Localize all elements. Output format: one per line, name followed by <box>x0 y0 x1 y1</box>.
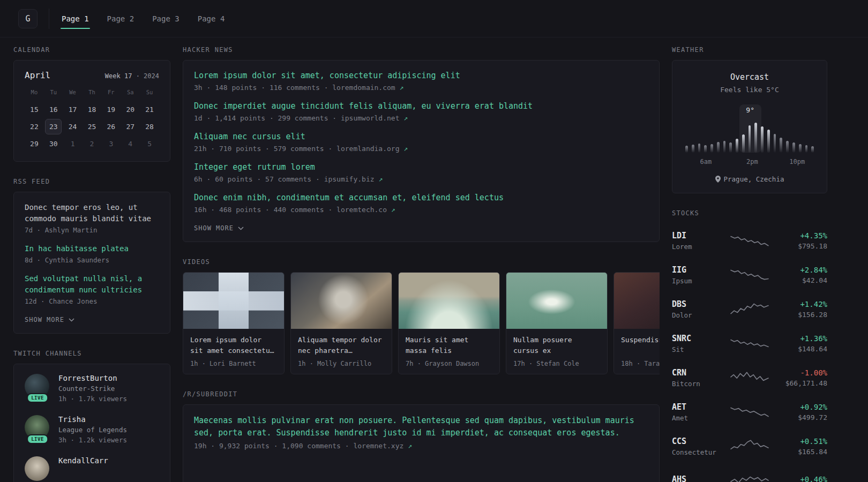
video-thumbnail[interactable] <box>183 273 284 329</box>
map-pin-icon <box>715 176 721 183</box>
weather-bar <box>786 141 789 153</box>
video-card[interactable]: Mauris sit amet massa felis 7h · Grayson… <box>398 272 500 374</box>
calendar-day: 15 <box>25 102 44 117</box>
video-title[interactable]: Lorem ipsum dolor sit amet consectetu… <box>190 335 277 356</box>
calendar-dow: Mo <box>25 89 44 100</box>
rss-item-title[interactable]: Sed volutpat nulla nisl, a condimentum n… <box>25 273 159 296</box>
main-content: CALENDAR April Week 17 · 2024 Mo Tu We <box>0 37 868 482</box>
twitch-channel[interactable]: KendallCarr <box>25 456 159 481</box>
video-info: Nullam posuere cursus ex 17h · Stefan Co… <box>506 329 607 374</box>
avatar <box>25 456 49 481</box>
stock-symbol: AHS <box>672 475 723 482</box>
rss-show-more-button[interactable]: SHOW MORE <box>25 316 74 323</box>
video-title[interactable]: Mauris sit amet massa felis <box>406 335 492 356</box>
stock-sparkline <box>730 438 769 454</box>
video-thumbnail[interactable] <box>291 273 392 329</box>
story-title[interactable]: Donec imperdiet augue tincidunt felis al… <box>194 101 648 112</box>
stock-id: AHS <box>672 475 723 482</box>
rss-item-title[interactable]: Donec tempor eros leo, ut commodo mauris… <box>25 202 159 224</box>
stock-symbol: CCS <box>672 436 723 446</box>
calendar-dow: Sa <box>121 89 140 100</box>
stock-change: +1.36% <box>776 334 827 343</box>
weather-bar <box>704 145 707 153</box>
stock-row[interactable]: CCS Consectetur +0.51% $165.84 <box>672 429 827 463</box>
twitch-channel[interactable]: LIVE Trisha League of Legends 3h · 1.2k … <box>25 415 159 444</box>
video-card[interactable]: Lorem ipsum dolor sit amet consectetu… 1… <box>183 272 285 374</box>
stock-change: +0.51% <box>776 437 827 446</box>
stock-symbol: CRN <box>672 368 723 378</box>
video-title[interactable]: Suspendisse diam <box>621 335 660 356</box>
stock-change: +0.46% <box>776 475 827 482</box>
stock-change: +4.35% <box>776 231 827 240</box>
tab-page-1[interactable]: Page 1 <box>61 0 90 37</box>
stock-row[interactable]: IIG Ipsum +2.84% $42.04 <box>672 258 827 292</box>
hacker-news-show-more-button[interactable]: SHOW MORE <box>194 224 244 232</box>
video-info: Mauris sit amet massa felis 7h · Grayson… <box>399 329 499 374</box>
weather-bar <box>698 144 701 153</box>
stock-name: Consectetur <box>672 448 723 456</box>
stock-change: +0.92% <box>776 403 827 411</box>
twitch-channel-name[interactable]: ForrestBurton <box>58 374 127 382</box>
video-card[interactable]: Suspendisse diam 18h · Tara <box>613 272 660 374</box>
calendar-day: 20 <box>121 102 140 117</box>
twitch-channel[interactable]: LIVE ForrestBurton Counter-Strike 1h · 1… <box>25 374 159 403</box>
weather-bar <box>736 139 738 153</box>
post-title[interactable]: Maecenas mollis pulvinar erat non posuer… <box>194 415 648 440</box>
tab-page-2[interactable]: Page 2 <box>106 0 136 37</box>
story-meta: 3h · 148 points · 116 comments · loremdo… <box>194 84 648 92</box>
story-meta: 1d · 1,414 points · 299 comments · ipsum… <box>194 114 648 122</box>
rss-item-title[interactable]: In hac habitasse platea <box>25 243 159 254</box>
video-thumbnail[interactable] <box>614 273 660 329</box>
stock-id: CRN Bitcorn <box>672 368 723 388</box>
stock-row[interactable]: LDI Lorem +4.35% $795.18 <box>672 223 827 258</box>
video-thumbnail[interactable] <box>506 273 607 329</box>
weather-bar <box>799 144 802 153</box>
stock-row[interactable]: SNRC Sit +1.36% $148.64 <box>672 326 827 360</box>
video-title[interactable]: Nullam posuere cursus ex <box>513 335 600 356</box>
stock-price: $66,171.48 <box>776 379 827 387</box>
stock-price: $499.72 <box>776 413 827 421</box>
calendar-day: 30 <box>44 136 63 152</box>
video-info: Lorem ipsum dolor sit amet consectetu… 1… <box>183 329 284 374</box>
weather-bar <box>811 146 814 153</box>
twitch-card: LIVE ForrestBurton Counter-Strike 1h · 1… <box>13 364 170 482</box>
story-title[interactable]: Lorem ipsum dolor sit amet, consectetur … <box>194 70 648 81</box>
rss-item: Sed volutpat nulla nisl, a condimentum n… <box>25 273 159 305</box>
stock-row[interactable]: AET Amet +0.92% $499.72 <box>672 395 827 429</box>
stock-name: Lorem <box>672 243 723 251</box>
story-title[interactable]: Integer eget rutrum lorem <box>194 162 648 173</box>
calendar-month: April <box>25 70 50 80</box>
app-logo[interactable]: G <box>18 9 38 28</box>
twitch-channel-name[interactable]: Trisha <box>58 415 127 424</box>
stock-row[interactable]: CRN Bitcorn -1.00% $66,171.48 <box>672 360 827 395</box>
weather-bar <box>710 144 713 153</box>
calendar-day: 19 <box>101 102 121 117</box>
video-card[interactable]: Aliquam tempor dolor nec pharetra… 1h · … <box>290 272 392 374</box>
story-meta-text: 3h · 148 points · 116 comments · loremdo… <box>194 84 395 92</box>
video-title[interactable]: Aliquam tempor dolor nec pharetra… <box>298 335 385 356</box>
stock-values: +0.51% $165.84 <box>776 437 827 456</box>
stock-change: -1.00% <box>776 368 827 377</box>
video-thumbnail[interactable] <box>399 273 499 329</box>
external-link-icon: ↗ <box>403 114 408 122</box>
post-meta-text: 19h · 9,932 points · 1,090 comments · lo… <box>194 442 403 450</box>
calendar-day: 18 <box>83 102 102 117</box>
stock-row[interactable]: AHS +0.46% <box>672 463 827 482</box>
stock-row[interactable]: DBS Dolor +1.42% $156.28 <box>672 292 827 326</box>
stock-values: +1.42% $156.28 <box>776 300 827 319</box>
video-card[interactable]: Nullam posuere cursus ex 17h · Stefan Co… <box>506 272 608 374</box>
stock-id: SNRC Sit <box>672 334 723 353</box>
subreddit-card: Maecenas mollis pulvinar erat non posuer… <box>183 404 660 482</box>
stock-sparkline <box>730 232 769 248</box>
story-title[interactable]: Donec enim nibh, condimentum et accumsan… <box>194 192 648 204</box>
weather-time: 2pm <box>746 158 758 165</box>
story-title[interactable]: Aliquam nec cursus elit <box>194 131 648 142</box>
weather-bar <box>729 142 732 153</box>
video-meta: 1h · Lori Barnett <box>190 360 277 367</box>
tab-page-3[interactable]: Page 3 <box>151 0 181 37</box>
tab-page-4[interactable]: Page 4 <box>197 0 226 37</box>
weather-bar <box>805 145 808 153</box>
twitch-channel-name[interactable]: KendallCarr <box>58 456 108 465</box>
stock-id: DBS Dolor <box>672 299 723 319</box>
weather-times: 6am 2pm 10pm <box>685 158 814 166</box>
